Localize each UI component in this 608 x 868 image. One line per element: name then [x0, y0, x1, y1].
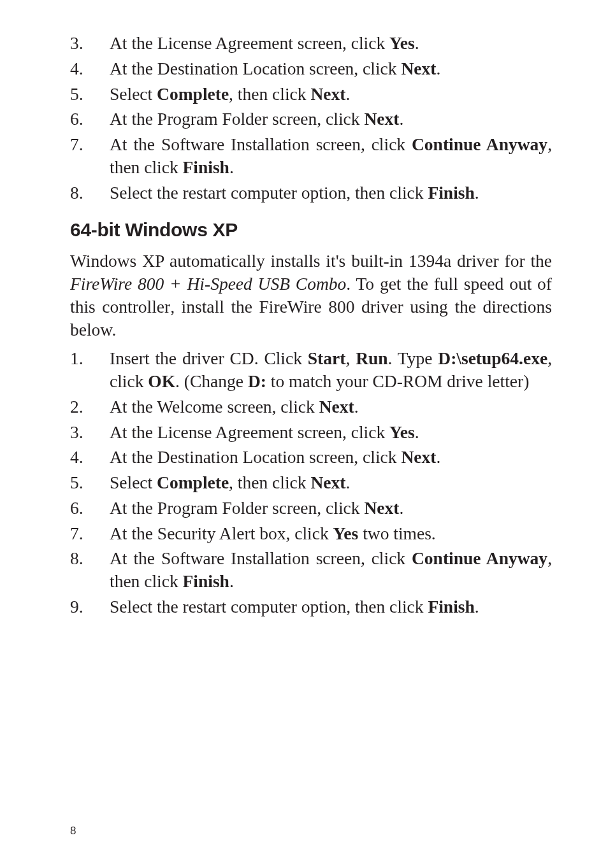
item-text: At the Destination Location screen, clic… [110, 57, 552, 80]
item-number: 7. [70, 133, 110, 179]
item-text: At the Software Installation screen, cli… [110, 547, 552, 593]
list-item: 9. Select the restart computer option, t… [70, 595, 552, 618]
numbered-list-top: 3. At the License Agreement screen, clic… [70, 32, 552, 204]
list-item: 8. Select the restart computer option, t… [70, 181, 552, 204]
list-item: 8. At the Software Installation screen, … [70, 547, 552, 593]
item-number: 8. [70, 547, 110, 593]
item-number: 5. [70, 471, 110, 494]
intro-paragraph: Windows XP automatically installs it's b… [70, 250, 552, 341]
list-item: 6. At the Program Folder screen, click N… [70, 108, 552, 131]
item-number: 2. [70, 395, 110, 418]
item-text: Select Complete, then click Next. [110, 83, 552, 106]
item-number: 3. [70, 421, 110, 444]
item-number: 7. [70, 522, 110, 545]
list-item: 2. At the Welcome screen, click Next. [70, 395, 552, 418]
list-item: 4. At the Destination Location screen, c… [70, 57, 552, 80]
item-text: At the Program Folder screen, click Next… [110, 108, 552, 131]
list-item: 5. Select Complete, then click Next. [70, 83, 552, 106]
item-text: At the Security Alert box, click Yes two… [110, 522, 552, 545]
list-item: 1. Insert the driver CD. Click Start, Ru… [70, 347, 552, 393]
item-text: At the License Agreement screen, click Y… [110, 421, 552, 444]
list-item: 6. At the Program Folder screen, click N… [70, 497, 552, 520]
item-text: Insert the driver CD. Click Start, Run. … [110, 347, 552, 393]
list-item: 3. At the License Agreement screen, clic… [70, 421, 552, 444]
item-text: At the Welcome screen, click Next. [110, 395, 552, 418]
section-heading: 64-bit Windows XP [70, 219, 552, 241]
item-number: 9. [70, 595, 110, 618]
item-text: At the Program Folder screen, click Next… [110, 497, 552, 520]
item-number: 8. [70, 181, 110, 204]
list-item: 7. At the Security Alert box, click Yes … [70, 522, 552, 545]
item-text: At the License Agreement screen, click Y… [110, 32, 552, 55]
item-text: Select the restart computer option, then… [110, 595, 552, 618]
item-number: 6. [70, 108, 110, 131]
list-item: 7. At the Software Installation screen, … [70, 133, 552, 179]
item-number: 4. [70, 57, 110, 80]
list-item: 4. At the Destination Location screen, c… [70, 446, 552, 469]
item-text: At the Destination Location screen, clic… [110, 446, 552, 469]
item-number: 6. [70, 497, 110, 520]
list-item: 3. At the License Agreement screen, clic… [70, 32, 552, 55]
page-number: 8 [70, 825, 76, 837]
item-text: At the Software Installation screen, cli… [110, 133, 552, 179]
item-number: 1. [70, 347, 110, 393]
list-item: 5. Select Complete, then click Next. [70, 471, 552, 494]
item-text: Select Complete, then click Next. [110, 471, 552, 494]
item-number: 5. [70, 83, 110, 106]
numbered-list-bottom: 1. Insert the driver CD. Click Start, Ru… [70, 347, 552, 618]
item-number: 3. [70, 32, 110, 55]
item-text: Select the restart computer option, then… [110, 181, 552, 204]
item-number: 4. [70, 446, 110, 469]
